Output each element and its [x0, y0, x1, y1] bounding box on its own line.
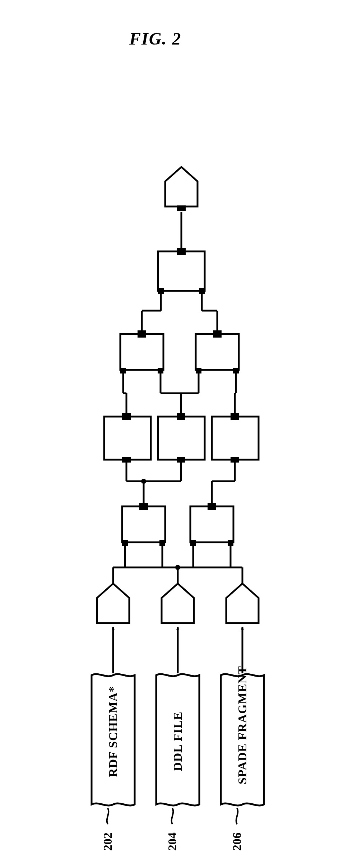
- svg-rect-51: [158, 251, 205, 291]
- doc-label-rdf: RDF SCHEMA*: [106, 705, 120, 777]
- ref-tilde-206: [236, 808, 238, 824]
- op-row5: [158, 248, 205, 294]
- svg-rect-16: [104, 417, 151, 460]
- svg-rect-0: [122, 506, 165, 542]
- doc-label-ddl: DDL FILE: [171, 705, 185, 777]
- svg-rect-4: [190, 506, 233, 542]
- svg-rect-52: [158, 288, 164, 294]
- svg-rect-5: [190, 540, 196, 546]
- op-row3-2: [158, 413, 205, 463]
- svg-rect-39: [213, 330, 222, 338]
- source-pentagon-3: [226, 584, 259, 623]
- svg-rect-37: [196, 368, 201, 373]
- ref-204: 204: [166, 829, 179, 851]
- svg-rect-6: [228, 540, 233, 546]
- op-row4-left: [120, 330, 163, 373]
- op-row2-right: [190, 503, 233, 546]
- svg-rect-21: [177, 413, 185, 420]
- ref-tilde-202: [107, 808, 109, 824]
- svg-rect-35: [138, 330, 146, 338]
- svg-rect-17: [122, 457, 131, 463]
- svg-rect-23: [231, 457, 239, 463]
- junction-dot-2: [141, 479, 146, 484]
- svg-rect-3: [139, 503, 148, 510]
- svg-rect-20: [177, 457, 185, 463]
- svg-rect-2: [159, 540, 165, 546]
- source-pentagon-2: [162, 584, 194, 623]
- op-row3-3: [212, 413, 259, 463]
- ref-tilde-204: [172, 808, 173, 824]
- svg-rect-33: [120, 368, 126, 373]
- svg-rect-54: [177, 248, 186, 255]
- sink-pentagon: [165, 167, 198, 211]
- op-row3-1: [104, 413, 151, 463]
- svg-rect-61: [177, 205, 186, 211]
- op-row4-right: [196, 330, 239, 373]
- ref-206: 206: [230, 829, 244, 851]
- svg-rect-24: [231, 413, 239, 420]
- svg-rect-1: [122, 540, 128, 546]
- svg-rect-53: [199, 288, 205, 294]
- doc-label-spade: SPADE FRAGMENT: [236, 698, 249, 784]
- svg-rect-19: [158, 417, 205, 460]
- op-row2-left: [122, 503, 165, 546]
- svg-rect-34: [158, 368, 163, 373]
- ref-202: 202: [101, 829, 115, 851]
- junction-dot-1: [175, 565, 180, 570]
- svg-rect-36: [196, 334, 239, 370]
- svg-rect-38: [233, 368, 239, 373]
- svg-rect-18: [122, 413, 131, 420]
- svg-rect-32: [120, 334, 163, 370]
- svg-rect-22: [212, 417, 259, 460]
- source-pentagon-1: [97, 584, 129, 623]
- svg-rect-7: [208, 503, 216, 510]
